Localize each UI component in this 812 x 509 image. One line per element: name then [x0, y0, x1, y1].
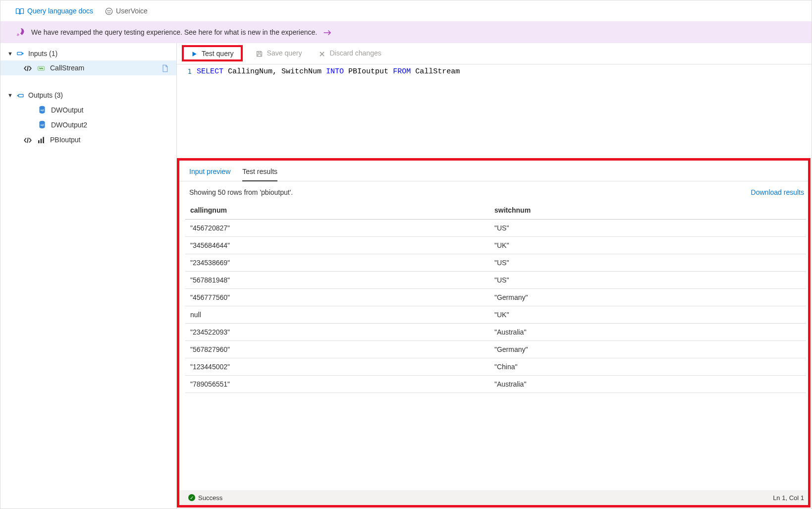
table-cell: "Australia": [489, 376, 806, 393]
save-query-label: Save query: [267, 49, 302, 57]
svg-rect-5: [19, 94, 23, 97]
sql-db-icon: sql: [38, 106, 46, 114]
inputs-label: Inputs (1): [28, 50, 57, 57]
table-row[interactable]: "567827960""Germany": [185, 341, 806, 358]
table-cell: "UK": [489, 237, 806, 254]
outputs-header[interactable]: ▼ Outputs (3): [0, 88, 176, 103]
svg-point-2: [109, 10, 110, 11]
code-icon: [23, 64, 32, 72]
table-cell: "Australia": [489, 324, 806, 341]
table-cell: null: [185, 306, 489, 324]
col-callingnum[interactable]: callingnum: [185, 201, 489, 220]
table-row[interactable]: "567881948""US": [185, 272, 806, 289]
table-row[interactable]: "234522093""Australia": [185, 324, 806, 341]
table-cell: "123445002": [185, 358, 489, 376]
inputs-group: ▼ Inputs (1) CallStream: [0, 46, 176, 75]
main-area: ▼ Inputs (1) CallStream: [0, 43, 812, 509]
svg-text:sql: sql: [40, 109, 44, 112]
caret-down-icon: ▼: [7, 51, 12, 57]
outputs-group: ▼ Outputs (3) sql DWOutput sql DWO: [0, 88, 176, 147]
book-icon: [15, 6, 24, 15]
table-cell: "234522093": [185, 324, 489, 341]
query-editor[interactable]: 1 SELECT CallingNum, SwitchNum INTO PBIo…: [177, 64, 812, 158]
table-cell: "789056551": [185, 376, 489, 393]
table-cell: "US": [489, 220, 806, 237]
table-row[interactable]: "789056551""Australia": [185, 376, 806, 393]
table-cell: "234538669": [185, 254, 489, 272]
outputs-icon: [16, 91, 24, 100]
results-tabs: Input preview Test results: [179, 161, 808, 181]
test-query-highlight: Test query: [182, 45, 243, 61]
inputs-header[interactable]: ▼ Inputs (1): [0, 46, 176, 60]
sidebar-item-pbioutput[interactable]: PBIoutput: [0, 132, 176, 147]
svg-rect-10: [38, 140, 40, 143]
stream-icon: [37, 64, 45, 72]
play-icon: [191, 49, 198, 57]
banner-text: We have revamped the query testing exper…: [31, 28, 317, 36]
document-icon: [162, 63, 168, 72]
tab-test-results[interactable]: Test results: [242, 165, 277, 181]
svg-text:sql: sql: [40, 124, 44, 127]
close-icon: [319, 49, 325, 57]
table-cell: "Germany": [489, 289, 806, 306]
results-table-scroll[interactable]: callingnum switchnum "456720827""US""345…: [179, 201, 808, 490]
table-row[interactable]: "123445002""China": [185, 358, 806, 376]
table-cell: "Germany": [489, 341, 806, 358]
announcement-banner: We have revamped the query testing exper…: [0, 21, 812, 43]
code-content[interactable]: SELECT CallingNum, SwitchNum INTO PBIout…: [197, 64, 812, 158]
docs-label: Query language docs: [27, 7, 93, 15]
inputs-icon: [16, 49, 24, 57]
uservoice-link[interactable]: UserVoice: [105, 6, 148, 15]
table-row[interactable]: "345684644""UK": [185, 237, 806, 254]
statusbar: ✓ Success Ln 1, Col 1: [179, 490, 808, 505]
output-name: DWOutput2: [51, 121, 87, 129]
query-toolbar: Test query Save query Discard changes: [177, 43, 812, 64]
content-pane: Test query Save query Discard changes 1 …: [177, 43, 812, 509]
sidebar: ▼ Inputs (1) CallStream: [0, 43, 177, 509]
test-query-label: Test query: [202, 50, 234, 57]
results-highlight-box: Input preview Test results Showing 50 ro…: [177, 158, 811, 508]
table-cell: "China": [489, 358, 806, 376]
table-cell: "345684644": [185, 237, 489, 254]
output-name: PBIoutput: [50, 136, 81, 144]
svg-rect-14: [258, 54, 261, 56]
sidebar-item-dwoutput[interactable]: sql DWOutput: [0, 103, 176, 117]
sidebar-item-callstream[interactable]: CallStream: [0, 60, 176, 75]
table-cell: "567881948": [185, 272, 489, 289]
save-icon: [256, 49, 263, 57]
svg-point-1: [108, 10, 108, 11]
table-row[interactable]: "456720827""US": [185, 220, 806, 237]
svg-rect-11: [41, 138, 42, 143]
outputs-label: Outputs (3): [28, 91, 63, 99]
sidebar-item-dwoutput2[interactable]: sql DWOutput2: [0, 117, 176, 132]
discard-label: Discard changes: [329, 49, 381, 57]
line-number: 1: [177, 64, 197, 158]
svg-rect-3: [17, 53, 22, 55]
table-cell: "456777560": [185, 289, 489, 306]
col-switchnum[interactable]: switchnum: [489, 201, 806, 220]
results-table: callingnum switchnum "456720827""US""345…: [185, 201, 806, 393]
cursor-position: Ln 1, Col 1: [773, 494, 804, 502]
arrow-right-icon[interactable]: [323, 28, 332, 36]
topbar: Query language docs UserVoice: [0, 0, 812, 21]
test-query-button[interactable]: Test query: [187, 47, 238, 59]
tab-input-preview[interactable]: Input preview: [189, 165, 230, 181]
discard-changes-button[interactable]: Discard changes: [315, 47, 385, 59]
save-query-button[interactable]: Save query: [252, 47, 306, 59]
results-summary: Showing 50 rows from 'pbioutput'.: [189, 188, 293, 196]
table-row[interactable]: "234538669""US": [185, 254, 806, 272]
input-name: CallStream: [50, 64, 84, 72]
table-row[interactable]: null"UK": [185, 306, 806, 324]
status-text: Success: [198, 494, 222, 502]
table-row[interactable]: "456777560""Germany": [185, 289, 806, 306]
code-icon: [23, 136, 32, 144]
powerbi-icon: [37, 135, 45, 144]
table-cell: "US": [489, 254, 806, 272]
svg-rect-12: [43, 137, 44, 143]
table-cell: "UK": [489, 306, 806, 324]
results-header: Showing 50 rows from 'pbioutput'. Downlo…: [179, 181, 808, 201]
caret-down-icon: ▼: [7, 92, 12, 98]
query-language-docs-link[interactable]: Query language docs: [15, 6, 93, 15]
svg-rect-13: [258, 51, 261, 53]
download-results-link[interactable]: Download results: [751, 188, 804, 196]
